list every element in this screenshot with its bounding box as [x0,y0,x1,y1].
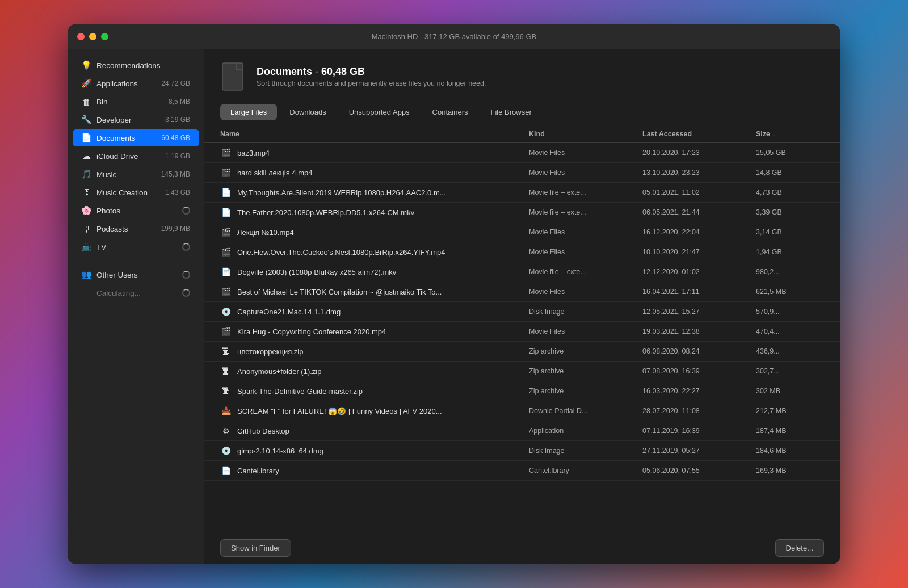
file-size-cell: 302 MB [756,387,824,395]
tab-file-browser[interactable]: File Browser [480,104,541,120]
file-size-cell: 570,9... [756,308,824,316]
file-icon: 📄 [220,266,232,278]
table-row[interactable]: 📄 The.Father.2020.1080p.WEBRip.DD5.1.x26… [204,203,840,222]
file-date-cell: 16.04.2021, 17:11 [642,288,756,296]
file-kind-cell: Zip archive [529,367,642,375]
tab-containers[interactable]: Containers [422,104,478,120]
sidebar-label-music: Music [96,170,155,179]
file-size-cell: 3,14 GB [756,228,824,236]
sidebar-label-bin: Bin [96,98,163,106]
sidebar-label-music-creation: Music Creation [96,188,159,197]
maximize-button[interactable] [101,33,108,40]
file-size-cell: 980,2... [756,268,824,276]
file-kind-cell: Cantel.lbrary [529,467,642,474]
footer: Show in Finder Delete... [204,532,840,564]
file-name-cell: 🗜 Spark-The-Definitive-Guide-master.zip [220,385,529,397]
col-size[interactable]: Size [756,130,824,138]
file-icon: 📥 [220,405,232,417]
sidebar-size-music-creation: 1,43 GB [165,188,190,196]
titlebar: Macintosh HD - 317,12 GB available of 49… [68,24,840,49]
delete-button[interactable]: Delete... [775,539,824,557]
file-name-cell: 🎬 Лекція №10.mp4 [220,226,529,238]
file-name-cell: 🎬 One.Flew.Over.The.Cuckoo's.Nest.1080p.… [220,246,529,258]
file-icon: 🗜 [220,366,232,377]
sidebar-item-developer[interactable]: 🔧 Developer 3,19 GB [73,111,199,128]
sidebar-icon-icloud: ☁ [82,152,91,161]
file-name-cell: ⚙ GitHub Desktop [220,425,529,436]
show-in-finder-button[interactable]: Show in Finder [220,539,291,557]
table-row[interactable]: 💿 CaptureOne21.Mac.14.1.1.dmg Disk Image… [204,302,840,322]
file-name-text: Best of Michael Le TIKTOK Compilation ~ … [237,288,442,296]
file-name-text: GitHub Desktop [237,427,289,435]
file-size-cell: 302,7... [756,367,824,375]
file-icon: 🎬 [220,147,232,158]
sidebar-item-music-creation[interactable]: 🎛 Music Creation 1,43 GB [73,184,199,201]
table-row[interactable]: 🗜 Anonymous+folder (1).zip Zip archive 0… [204,362,840,381]
file-kind-cell: Movie Files [529,169,642,177]
file-size-cell: 187,4 MB [756,427,824,435]
other-users-icon: 👥 [82,270,91,279]
table-container[interactable]: Name Kind Last Accessed Size 🎬 baz3.mp4 … [204,120,840,532]
table-row[interactable]: 🎬 Лекція №10.mp4 Movie Files 16.12.2020,… [204,222,840,242]
sidebar-item-tv[interactable]: 📺 TV [73,238,199,255]
file-name-text: CaptureOne21.Mac.14.1.1.dmg [237,308,340,316]
sidebar-item-applications[interactable]: 🚀 Applications 24,72 GB [73,75,199,92]
file-name-cell: 🎬 Kira Hug - Copywriting Conference 2020… [220,326,529,337]
table-row[interactable]: ⚙ GitHub Desktop Application 07.11.2019,… [204,421,840,441]
minimize-button[interactable] [89,33,96,40]
table-row[interactable]: 🗜 Spark-The-Definitive-Guide-master.zip … [204,381,840,401]
file-size-cell: 14,8 GB [756,169,824,177]
file-name-text: Kira Hug - Copywriting Conference 2020.m… [237,327,386,336]
tab-large-files[interactable]: Large Files [220,104,277,120]
sidebar-label-applications: Applications [96,79,155,88]
table-rows: 🎬 baz3.mp4 Movie Files 20.10.2020, 17:23… [204,143,840,481]
table-row[interactable]: 🎬 baz3.mp4 Movie Files 20.10.2020, 17:23… [204,143,840,163]
table-row[interactable]: 📥 SCREAM "F" for FAILURE! 😱🤣 | Funny Vid… [204,401,840,421]
sidebar-item-bin[interactable]: 🗑 Bin 8,5 MB [73,93,199,110]
file-date-cell: 10.10.2020, 21:47 [642,248,756,256]
sidebar-size-podcasts: 199,9 MB [161,225,190,233]
calculating-label: Calculating... [96,289,176,297]
table-row[interactable]: 🎬 Best of Michael Le TIKTOK Compilation … [204,282,840,302]
file-icon: ⚙ [220,425,232,436]
table-row[interactable]: 📄 Dogville (2003) (1080p BluRay x265 afm… [204,262,840,282]
file-date-cell: 07.11.2019, 16:39 [642,427,756,435]
sidebar-item-podcasts[interactable]: 🎙 Podcasts 199,9 MB [73,220,199,237]
file-date-cell: 19.03.2021, 12:38 [642,327,756,335]
file-date-cell: 12.05.2021, 15:27 [642,308,756,316]
file-icon: 📄 [220,187,232,198]
col-last-accessed: Last Accessed [642,130,756,138]
file-date-cell: 20.10.2020, 17:23 [642,149,756,157]
file-name-cell: 🗜 Anonymous+folder (1).zip [220,366,529,377]
doc-icon [220,61,247,93]
table-row[interactable]: 🗜 цветокоррекция.zip Zip archive 06.08.2… [204,342,840,362]
sidebar-label-documents: Documents [96,134,155,142]
tab-unsupported-apps[interactable]: Unsupported Apps [339,104,420,120]
sidebar-item-music[interactable]: 🎵 Music 145,3 MB [73,166,199,183]
file-date-cell: 16.12.2020, 22:04 [642,228,756,236]
other-users-label: Other Users [96,271,176,279]
tab-downloads[interactable]: Downloads [279,104,336,120]
sidebar-item-documents[interactable]: 📄 Documents 60,48 GB [73,129,199,146]
col-name: Name [220,130,529,138]
file-name-cell: 💿 gimp-2.10.14-x86_64.dmg [220,445,529,456]
table-row[interactable]: 🎬 Kira Hug - Copywriting Conference 2020… [204,322,840,342]
close-button[interactable] [77,33,85,40]
sidebar-icon-photos: 🌸 [82,206,91,215]
table-row[interactable]: 📄 My.Thoughts.Are.Silent.2019.WEBRip.108… [204,183,840,203]
file-icon: 📄 [220,207,232,218]
table-row[interactable]: 📄 Cantel.lbrary Cantel.lbrary 05.06.2020… [204,461,840,481]
table-row[interactable]: 🎬 One.Flew.Over.The.Cuckoo's.Nest.1080p.… [204,242,840,262]
file-size-cell: 4,73 GB [756,188,824,196]
file-name-cell: 🗜 цветокоррекция.zip [220,346,529,357]
table-row[interactable]: 🎬 hard skill лекція 4.mp4 Movie Files 13… [204,163,840,183]
file-name-text: Лекція №10.mp4 [237,228,294,237]
table-row[interactable]: 💿 gimp-2.10.14-x86_64.dmg Disk Image 27.… [204,441,840,461]
sidebar-item-icloud[interactable]: ☁ iCloud Drive 1,19 GB [73,148,199,165]
sidebar-item-other-users[interactable]: 👥 Other Users [73,266,199,283]
file-name-text: My.Thoughts.Are.Silent.2019.WEBRip.1080p… [237,188,446,197]
sidebar-item-photos[interactable]: 🌸 Photos [73,202,199,219]
sidebar-item-recommendations[interactable]: 💡 Recommendations [73,57,199,74]
sidebar-label-photos: Photos [96,207,176,215]
file-name-text: One.Flew.Over.The.Cuckoo's.Nest.1080p.Br… [237,248,445,257]
